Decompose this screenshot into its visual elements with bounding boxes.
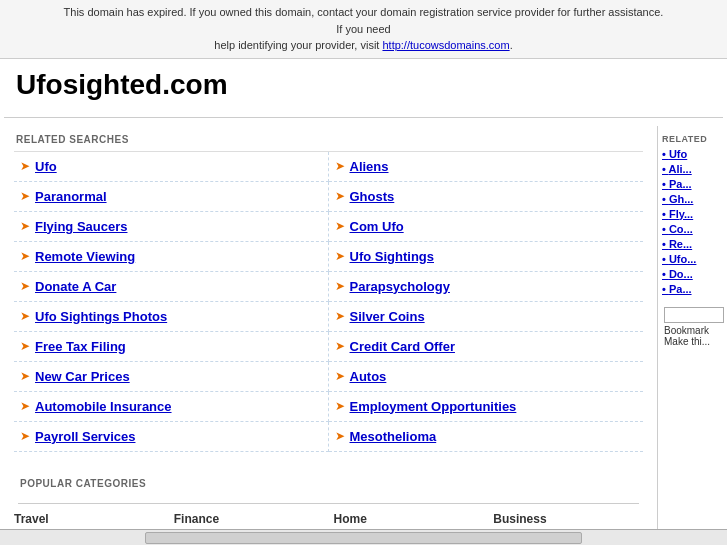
search-item: ➤Employment Opportunities bbox=[329, 392, 644, 422]
arrow-icon: ➤ bbox=[20, 279, 30, 293]
sidebar-link[interactable]: Ali... bbox=[662, 163, 723, 175]
search-item: ➤Credit Card Offer bbox=[329, 332, 644, 362]
arrow-icon: ➤ bbox=[335, 249, 345, 263]
banner-link[interactable]: http://tucowsdomains.com bbox=[382, 39, 509, 51]
search-link[interactable]: Automobile Insurance bbox=[35, 399, 172, 414]
search-item: ➤Parapsychology bbox=[329, 272, 644, 302]
arrow-icon: ➤ bbox=[20, 399, 30, 413]
arrow-icon: ➤ bbox=[20, 219, 30, 233]
search-link[interactable]: Ufo Sightings Photos bbox=[35, 309, 167, 324]
sidebar-link[interactable]: Ufo... bbox=[662, 253, 723, 265]
search-item: ➤Mesothelioma bbox=[329, 422, 644, 452]
sidebar-link[interactable]: Gh... bbox=[662, 193, 723, 205]
sidebar-links: UfoAli...Pa...Gh...Fly...Co...Re...Ufo..… bbox=[662, 148, 723, 295]
arrow-icon: ➤ bbox=[335, 159, 345, 173]
searches-grid: ➤Ufo➤Aliens➤Paranormal➤Ghosts➤Flying Sau… bbox=[14, 151, 643, 452]
search-item: ➤Silver Coins bbox=[329, 302, 644, 332]
search-item: ➤Flying Saucers bbox=[14, 212, 329, 242]
popular-col-header: Travel bbox=[14, 512, 164, 526]
arrow-icon: ➤ bbox=[335, 429, 345, 443]
popular-col-header: Finance bbox=[174, 512, 324, 526]
bookmark-label: Bookmark bbox=[664, 325, 721, 336]
arrow-icon: ➤ bbox=[335, 219, 345, 233]
sidebar-label: RELATED bbox=[662, 126, 723, 148]
sidebar-link[interactable]: Pa... bbox=[662, 283, 723, 295]
search-link[interactable]: Mesothelioma bbox=[350, 429, 437, 444]
search-item: ➤Remote Viewing bbox=[14, 242, 329, 272]
arrow-icon: ➤ bbox=[20, 369, 30, 383]
site-title: Ufosighted.com bbox=[0, 59, 727, 109]
search-item: ➤Free Tax Filing bbox=[14, 332, 329, 362]
make-label: Make thi... bbox=[664, 336, 721, 347]
search-item: ➤Automobile Insurance bbox=[14, 392, 329, 422]
search-link[interactable]: Ghosts bbox=[350, 189, 395, 204]
search-link[interactable]: Free Tax Filing bbox=[35, 339, 126, 354]
search-link[interactable]: Ufo bbox=[35, 159, 57, 174]
search-item: ➤Ufo Sightings bbox=[329, 242, 644, 272]
bottom-scrollbar-bar bbox=[0, 529, 727, 545]
search-item: ➤Ufo Sightings Photos bbox=[14, 302, 329, 332]
bottom-scrollbar[interactable] bbox=[145, 532, 581, 544]
popular-divider bbox=[18, 503, 639, 504]
search-link[interactable]: Employment Opportunities bbox=[350, 399, 517, 414]
search-item: ➤Ghosts bbox=[329, 182, 644, 212]
arrow-icon: ➤ bbox=[20, 309, 30, 323]
related-searches-label: RELATED SEARCHES bbox=[10, 126, 647, 151]
arrow-icon: ➤ bbox=[335, 189, 345, 203]
search-link[interactable]: Donate A Car bbox=[35, 279, 116, 294]
search-item: ➤Ufo bbox=[14, 152, 329, 182]
main-content: RELATED SEARCHES ➤Ufo➤Aliens➤Paranormal➤… bbox=[0, 126, 657, 546]
search-link[interactable]: Flying Saucers bbox=[35, 219, 127, 234]
search-link[interactable]: Com Ufo bbox=[350, 219, 404, 234]
search-link[interactable]: Parapsychology bbox=[350, 279, 450, 294]
arrow-icon: ➤ bbox=[335, 399, 345, 413]
arrow-icon: ➤ bbox=[20, 189, 30, 203]
popular-col-header: Home bbox=[334, 512, 484, 526]
arrow-icon: ➤ bbox=[20, 339, 30, 353]
search-link[interactable]: New Car Prices bbox=[35, 369, 130, 384]
search-link[interactable]: Aliens bbox=[350, 159, 389, 174]
arrow-icon: ➤ bbox=[20, 429, 30, 443]
sidebar-link[interactable]: Fly... bbox=[662, 208, 723, 220]
bookmark-section: Bookmark Make thi... bbox=[662, 307, 723, 347]
arrow-icon: ➤ bbox=[20, 249, 30, 263]
search-item: ➤New Car Prices bbox=[14, 362, 329, 392]
popular-col-header: Business bbox=[493, 512, 643, 526]
search-link[interactable]: Ufo Sightings bbox=[350, 249, 435, 264]
bookmark-input[interactable] bbox=[664, 307, 724, 323]
search-item: ➤Aliens bbox=[329, 152, 644, 182]
arrow-icon: ➤ bbox=[335, 279, 345, 293]
sidebar-link[interactable]: Re... bbox=[662, 238, 723, 250]
search-item: ➤Donate A Car bbox=[14, 272, 329, 302]
popular-label: POPULAR CATEGORIES bbox=[14, 470, 643, 495]
banner-text1: This domain has expired. If you owned th… bbox=[64, 6, 664, 35]
arrow-icon: ➤ bbox=[335, 309, 345, 323]
search-item: ➤Com Ufo bbox=[329, 212, 644, 242]
sidebar-link[interactable]: Co... bbox=[662, 223, 723, 235]
sidebar-link[interactable]: Ufo bbox=[662, 148, 723, 160]
banner-text2: help identifying your provider, visit bbox=[214, 39, 382, 51]
title-divider bbox=[4, 117, 723, 118]
search-link[interactable]: Silver Coins bbox=[350, 309, 425, 324]
search-link[interactable]: Autos bbox=[350, 369, 387, 384]
search-item: ➤Payroll Services bbox=[14, 422, 329, 452]
search-item: ➤Autos bbox=[329, 362, 644, 392]
sidebar-link[interactable]: Do... bbox=[662, 268, 723, 280]
sidebar-link[interactable]: Pa... bbox=[662, 178, 723, 190]
search-item: ➤Paranormal bbox=[14, 182, 329, 212]
top-banner: This domain has expired. If you owned th… bbox=[0, 0, 727, 59]
right-sidebar: RELATED UfoAli...Pa...Gh...Fly...Co...Re… bbox=[657, 126, 727, 546]
search-link[interactable]: Paranormal bbox=[35, 189, 107, 204]
search-link[interactable]: Remote Viewing bbox=[35, 249, 135, 264]
search-link[interactable]: Payroll Services bbox=[35, 429, 135, 444]
arrow-icon: ➤ bbox=[335, 339, 345, 353]
arrow-icon: ➤ bbox=[335, 369, 345, 383]
main-layout: RELATED SEARCHES ➤Ufo➤Aliens➤Paranormal➤… bbox=[0, 126, 727, 546]
search-link[interactable]: Credit Card Offer bbox=[350, 339, 455, 354]
arrow-icon: ➤ bbox=[20, 159, 30, 173]
